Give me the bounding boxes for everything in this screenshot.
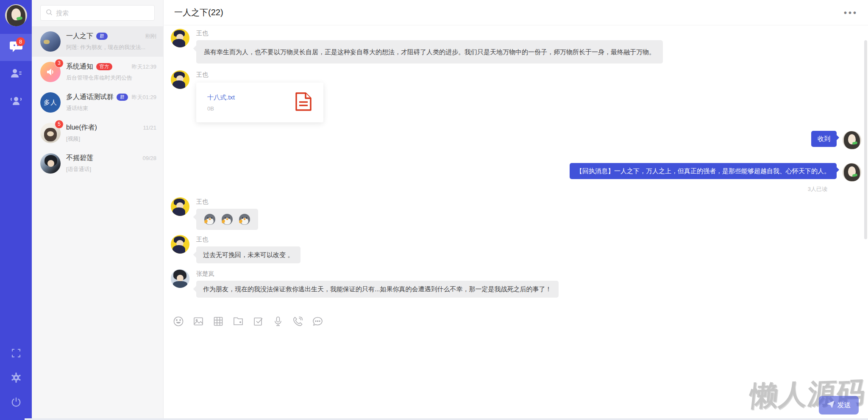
microphone-icon	[273, 316, 284, 327]
sender-avatar[interactable]	[171, 269, 189, 288]
rail-nav: 8	[0, 34, 32, 115]
user-avatar	[40, 153, 61, 174]
message-row: 王也 虽有幸生而为人，也不要以万物灵长自居，正是这种妄自尊大的想法，才阻碍了人类…	[171, 29, 861, 64]
phone-icon	[292, 316, 303, 327]
call-button[interactable]	[292, 315, 303, 327]
nav-groups-button[interactable]	[0, 88, 32, 115]
conversation-name: 多人通话测试群	[66, 93, 114, 102]
conversation-preview: 后台管理仓库临时关闭公告	[66, 74, 156, 82]
scrollbar-thumb[interactable]	[864, 40, 867, 239]
image-icon	[193, 316, 204, 327]
sender-avatar[interactable]	[171, 235, 189, 254]
conversation-time: 11/21	[139, 124, 156, 131]
conversation-item[interactable]: 一人之下 群 刚刚 阿莲: 作为朋友，现在的我没法...	[32, 26, 163, 57]
sender-name: 王也	[196, 197, 258, 206]
paper-plane-icon	[827, 401, 835, 410]
penguin-sticker-icon	[238, 213, 251, 226]
message-bubble-outgoing[interactable]: 收到	[811, 131, 837, 147]
sender-name: 王也	[196, 29, 663, 37]
search-box[interactable]	[40, 5, 155, 21]
read-receipt-status[interactable]: 3人已读	[171, 185, 861, 193]
penguin-sticker-icon	[220, 213, 234, 226]
group-tag-badge: 群	[117, 94, 128, 101]
folder-icon	[233, 316, 244, 327]
nav-chats-button[interactable]: 8	[0, 34, 32, 61]
penguin-sticker-row	[203, 213, 251, 226]
chat-title: 一人之下(22)	[174, 7, 223, 18]
conversation-name: 系统通知	[66, 62, 93, 71]
logout-button[interactable]	[0, 394, 32, 412]
sender-avatar[interactable]	[171, 29, 189, 47]
send-button[interactable]: 发送	[819, 396, 859, 414]
conversation-time: 刚刚	[142, 33, 156, 40]
conversation-item[interactable]: 5 blue(作者) 11/21 [视频]	[32, 118, 163, 148]
composer-area	[335, 334, 855, 385]
sender-name: 王也	[196, 70, 323, 79]
group-chat-icon	[9, 94, 23, 109]
window-bottom-edge	[25, 418, 868, 420]
sender-avatar[interactable]	[171, 197, 189, 216]
conversation-item[interactable]: 多人 多人通话测试群 群 昨天01:29 通话结束	[32, 87, 163, 118]
file-message-card[interactable]: 十八式.txt 0B	[196, 83, 323, 122]
unread-count-badge: 3	[55, 59, 64, 68]
conversation-preview: 阿莲: 作为朋友，现在的我没法...	[66, 44, 156, 51]
own-avatar[interactable]	[843, 163, 861, 182]
fullscreen-button[interactable]	[0, 345, 32, 363]
conversation-item[interactable]: 3 系统通知 官方 昨天12:39 后台管理仓库临时关闭公告	[32, 57, 163, 87]
conversation-preview: 通话结束	[66, 105, 156, 112]
multi-call-group-avatar: 多人	[40, 92, 61, 113]
conversation-time: 昨天12:39	[128, 63, 156, 71]
message-bubble[interactable]: 过去无可挽回，未来可以改变 。	[196, 246, 300, 263]
message-bubble[interactable]: 虽有幸生而为人，也不要以万物灵长自居，正是这种妄自尊大的想法，才阻碍了人类的进步…	[196, 40, 663, 64]
fullscreen-icon	[11, 348, 21, 360]
group-avatar	[40, 31, 61, 52]
message-row-outgoing: 收到	[171, 131, 861, 149]
emoji-button[interactable]	[172, 315, 184, 327]
voice-button[interactable]	[272, 315, 284, 327]
check-task-button[interactable]	[252, 315, 264, 327]
chat-app-window: 8	[0, 0, 868, 420]
left-rail: 8	[0, 0, 32, 420]
settings-button[interactable]	[0, 369, 32, 388]
message-bubble[interactable]: 作为朋友，现在的我没法保证救你逃出生天，我能保证的只有...如果你真的会遭遇到什…	[196, 281, 559, 298]
conversation-preview: [语音通话]	[66, 166, 156, 173]
official-tag-badge: 官方	[96, 63, 112, 70]
file-name-link[interactable]: 十八式.txt	[207, 94, 235, 102]
message-row: 张楚岚 作为朋友，现在的我没法保证救你逃出生天，我能保证的只有...如果你真的会…	[171, 269, 861, 298]
current-user-avatar[interactable]	[5, 4, 27, 26]
search-area	[32, 0, 163, 26]
conversation-name: blue(作者)	[66, 123, 97, 132]
contacts-icon	[10, 67, 22, 82]
smiley-icon	[173, 316, 184, 327]
sender-avatar[interactable]	[171, 70, 189, 89]
message-dots-icon	[312, 316, 323, 327]
screenshot-grid-button[interactable]	[212, 315, 224, 327]
conversation-list-panel: 一人之下 群 刚刚 阿莲: 作为朋友，现在的我没法... 3 系统通知 官方 昨…	[32, 0, 164, 420]
chat-main-panel: 一人之下(22) ••• 王也 虽有幸生而为人，也不要以万物灵长自居，正是这种妄…	[164, 0, 868, 420]
conversation-time: 昨天01:29	[128, 94, 156, 101]
rail-bottom	[0, 345, 32, 420]
send-button-label: 发送	[837, 401, 851, 410]
conversation-preview: [视频]	[66, 135, 156, 143]
conversation-time: 09/28	[139, 155, 156, 161]
speaker-icon	[45, 67, 56, 77]
unread-count-badge: 5	[55, 120, 64, 129]
gear-icon	[11, 372, 22, 385]
search-input[interactable]	[56, 9, 149, 17]
power-icon	[11, 397, 22, 409]
image-button[interactable]	[192, 315, 204, 327]
sender-name: 王也	[196, 235, 300, 243]
composer-toolbar	[172, 315, 861, 327]
message-input[interactable]	[335, 334, 855, 385]
own-avatar[interactable]	[843, 131, 861, 149]
emoji-message-bubble[interactable]	[196, 209, 258, 230]
nav-contacts-button[interactable]	[0, 61, 32, 88]
message-row-outgoing: 【回执消息】一人之下，万人之上，但真正的强者，是那些能够超越自我、心怀天下的人。	[171, 163, 861, 182]
chat-history-button[interactable]	[312, 315, 323, 327]
check-square-icon	[253, 316, 264, 327]
file-button[interactable]	[232, 315, 244, 327]
conversation-item[interactable]: 不摇碧莲 09/28 [语音通话]	[32, 148, 163, 179]
more-menu-icon[interactable]: •••	[844, 11, 858, 15]
message-bubble-outgoing[interactable]: 【回执消息】一人之下，万人之上，但真正的强者，是那些能够超越自我、心怀天下的人。	[570, 163, 837, 179]
sender-name: 张楚岚	[196, 269, 559, 278]
